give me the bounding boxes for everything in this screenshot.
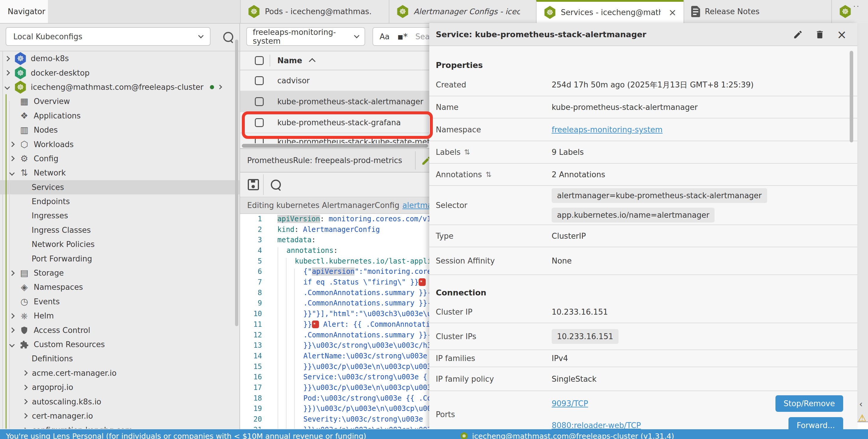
- sidebar-item-acme-cert-manager-io[interactable]: acme.cert-manager.io: [0, 366, 240, 380]
- sidebar-item-definitions[interactable]: Definitions: [0, 351, 240, 366]
- line-number: 15: [240, 363, 262, 371]
- sidebar-item-network[interactable]: ⇅Network: [0, 166, 240, 180]
- tab-1[interactable]: ☸Pods - icecheng@mathmas...: [240, 0, 389, 23]
- chevron-right-icon[interactable]: [9, 156, 14, 161]
- sidebar-item-workloads[interactable]: ⬡Workloads: [0, 137, 240, 151]
- sidebar-item-configuration-konghq-com[interactable]: configuration.konghq.com: [0, 423, 240, 429]
- select-all-checkbox[interactable]: [255, 56, 264, 65]
- sidebar-item-overview[interactable]: ▦Overview: [0, 94, 240, 108]
- column-divider: [270, 55, 270, 66]
- chevron-down-icon[interactable]: [9, 342, 14, 347]
- tab-3[interactable]: ☸Services - icecheng@math...×: [536, 0, 684, 23]
- section-heading: Properties: [436, 61, 483, 70]
- sidebar-item-events[interactable]: ◷Events: [0, 295, 240, 309]
- tab-title: Pods - icecheng@mathmas...: [265, 7, 371, 16]
- sidebar-item-endpoints[interactable]: Endpoints: [0, 194, 240, 209]
- tab-title: Alertmanager Configs - icec...: [413, 7, 520, 16]
- sidebar-item-applications[interactable]: ❖Applications: [0, 109, 240, 123]
- code-text: }})\u003c/p\u003e\n\u003cp\u00: [303, 404, 431, 414]
- chevron-down-icon[interactable]: [9, 170, 14, 175]
- detail-row: Created254d 17h 50m ago (2025年1月13日 GMT+…: [429, 74, 857, 96]
- chevron-down-icon[interactable]: [4, 85, 10, 90]
- navigator-tab[interactable]: Navigator: [0, 0, 48, 23]
- stop-remove-button[interactable]: Stop/Remove: [775, 395, 843, 412]
- sidebar-item-icecheng-mathmast-com-freeleap[interactable]: ☸icecheng@mathmast.com@freeleaps-cluster: [0, 80, 240, 94]
- chevron-right-icon[interactable]: [22, 413, 28, 418]
- match-case-icon[interactable]: Aa: [380, 32, 390, 41]
- detail-row: Session AffinityNone: [429, 247, 857, 275]
- sidebar-item-ingresses[interactable]: Ingresses: [0, 209, 240, 223]
- delete-icon[interactable]: [815, 30, 825, 40]
- search-icon[interactable]: [223, 32, 233, 42]
- sidebar-item-port-forwarding[interactable]: Port Forwarding: [0, 251, 240, 266]
- namespace-link[interactable]: freeleaps-monitoring-system: [552, 125, 662, 134]
- tab-2[interactable]: ☸Alertmanager Configs - icec...: [389, 0, 536, 23]
- sidebar-item-helm[interactable]: ⎈Helm: [0, 309, 240, 323]
- detail-row: Selectoralertmanager=kube-prometheus-sta…: [429, 186, 857, 225]
- sidebar-scrollbar[interactable]: [235, 40, 238, 326]
- sidebar-item-config[interactable]: ⚙Config: [0, 151, 240, 166]
- scrollbar-thumb[interactable]: [242, 144, 428, 148]
- drawer-scrollbar[interactable]: [850, 51, 853, 142]
- sidebar-item-docker-desktop[interactable]: ☸docker-desktop: [0, 66, 240, 80]
- namespace-select[interactable]: freeleaps-monitoring-system: [246, 27, 365, 46]
- sort-asc-icon[interactable]: [309, 58, 316, 65]
- line-number: 3: [240, 236, 262, 244]
- chevron-right-icon[interactable]: [22, 428, 28, 429]
- chevron-right-icon[interactable]: [218, 85, 222, 90]
- detail-label: Annotations: [436, 170, 482, 179]
- chevron-right-icon[interactable]: [22, 385, 28, 390]
- editor-search-icon[interactable]: [271, 180, 281, 190]
- unfold-icon[interactable]: ⇅: [464, 148, 470, 156]
- sidebar-item-label: Nodes: [34, 126, 58, 134]
- chevron-right-icon[interactable]: [9, 313, 14, 318]
- sidebar-item-nodes[interactable]: ▥Nodes: [0, 123, 240, 137]
- sidebar: Local Kubeconfigs ☸demo-k8s☸docker-deskt…: [0, 23, 240, 429]
- chevron-right-icon[interactable]: [9, 327, 14, 333]
- name-column-header[interactable]: Name: [277, 56, 302, 65]
- close-icon[interactable]: ×: [669, 7, 676, 18]
- sidebar-item-demo-k8s[interactable]: ☸demo-k8s: [0, 52, 240, 66]
- close-icon[interactable]: ×: [837, 29, 847, 40]
- sidebar-item-ingress-classes[interactable]: Ingress Classes: [0, 223, 240, 237]
- tab-4[interactable]: Release Notes: [684, 0, 831, 23]
- save-icon[interactable]: [248, 179, 259, 190]
- sidebar-item-label: Network: [34, 168, 66, 177]
- sidebar-item-access-control[interactable]: Access Control: [0, 323, 240, 337]
- chevron-right-icon[interactable]: [4, 56, 10, 61]
- right-edge-gutter: ‹ ⚠: [857, 23, 868, 429]
- sidebar-item-cert-manager-io[interactable]: cert-manager.io: [0, 409, 240, 423]
- line-number: 1: [240, 215, 262, 223]
- tab-partial[interactable]: ☸: [831, 0, 868, 23]
- detail-value: 10.233.16.151: [552, 308, 608, 316]
- chevron-right-icon[interactable]: [4, 70, 10, 75]
- chevron-right-icon[interactable]: [22, 370, 28, 376]
- value-chip[interactable]: app.kubernetes.io/name=alertmanager: [552, 208, 715, 223]
- regex-icon[interactable]: ▪*: [397, 31, 408, 42]
- port-link[interactable]: 9093/TCP: [552, 399, 588, 408]
- value-chip[interactable]: alertmanager=kube-prometheus-stack-alert…: [552, 188, 767, 203]
- row-checkbox[interactable]: [255, 76, 264, 85]
- code-text: }}\u003c/p\u003e\n\u003cp\u003: [303, 382, 431, 393]
- detail-value: kube-prometheus-stack-alertmanager: [552, 103, 698, 112]
- detail-label: IP family policy: [436, 375, 494, 383]
- detail-value: 254d 17h 50m ago (2025年1月13日 GMT+8 1:25:…: [552, 80, 753, 90]
- edit-icon[interactable]: [793, 30, 803, 40]
- sidebar-item-argoproj-io[interactable]: argoproj.io: [0, 380, 240, 394]
- sidebar-item-storage[interactable]: ▤Storage: [0, 266, 240, 280]
- sidebar-item-custom-resources[interactable]: Custom Resources: [0, 337, 240, 351]
- sidebar-item-services[interactable]: Services: [0, 180, 240, 194]
- sidebar-item-network-policies[interactable]: Network Policies: [0, 237, 240, 251]
- chevron-right-icon[interactable]: [22, 399, 28, 404]
- collapse-chevron-icon[interactable]: ‹: [859, 399, 863, 409]
- value-chip[interactable]: 10.233.16.151: [552, 329, 618, 344]
- kubeconfig-select[interactable]: Local Kubeconfigs: [6, 27, 211, 46]
- dock-tab-title[interactable]: PrometheusRule: freepeals-prod-metrics: [247, 156, 402, 165]
- sidebar-item-autoscaling-k8s-io[interactable]: autoscaling.k8s.io: [0, 394, 240, 409]
- sidebar-item-namespaces[interactable]: ◈Namespaces: [0, 280, 240, 294]
- row-checkbox[interactable]: [255, 97, 264, 106]
- port-link[interactable]: 8080:reloader-web/TCP: [552, 421, 641, 430]
- chevron-right-icon[interactable]: [9, 141, 14, 147]
- chevron-right-icon[interactable]: [9, 270, 14, 276]
- unfold-icon[interactable]: ⇅: [486, 170, 491, 179]
